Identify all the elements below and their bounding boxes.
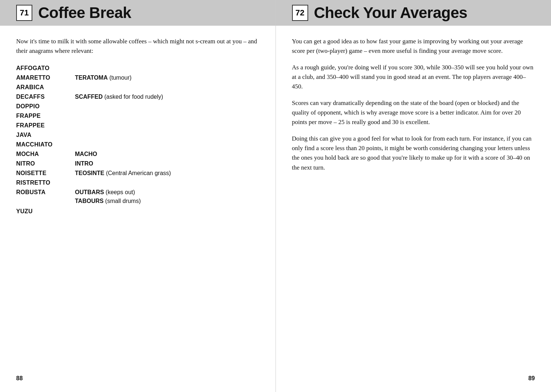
coffee-row: RISTRETTO xyxy=(16,179,259,188)
coffee-word: FRAPPE xyxy=(16,112,75,120)
coffee-row: NOISETTETEOSINTE (Central American grass… xyxy=(16,169,259,179)
left-page: 71 Coffee Break Now it's time to milk it… xyxy=(0,0,276,392)
coffee-row: ROBUSTAOUTBARS (keeps out) xyxy=(16,188,259,198)
coffee-row: FRAPPE xyxy=(16,112,259,121)
right-page: 72 Check Your Averages You can get a goo… xyxy=(276,0,551,392)
coffee-row: NITROINTRO xyxy=(16,160,259,169)
right-section-title: Check Your Averages xyxy=(314,4,468,22)
right-paragraph-3: Doing this can give you a good feel for … xyxy=(292,134,535,173)
coffee-word xyxy=(16,202,75,203)
coffee-row: ARABICA xyxy=(16,83,259,93)
coffee-anagram: INTRO xyxy=(75,160,93,167)
coffee-row: YUZU xyxy=(16,207,259,217)
coffee-row: DOPPIO xyxy=(16,102,259,112)
right-paragraph-0: You can get a good idea as to how fast y… xyxy=(292,37,535,56)
coffee-word: MACCHIATO xyxy=(16,141,75,149)
right-body: You can get a good idea as to how fast y… xyxy=(292,37,535,179)
coffee-word: DOPPIO xyxy=(16,102,75,110)
coffee-word: DECAFFS xyxy=(16,93,75,101)
coffee-row: JAVA xyxy=(16,131,259,141)
coffee-word: NOISETTE xyxy=(16,169,75,177)
coffee-word: MOCHA xyxy=(16,150,75,158)
coffee-word: ROBUSTA xyxy=(16,188,75,196)
left-header-bar: 71 Coffee Break xyxy=(0,0,276,26)
coffee-row: FRAPPEE xyxy=(16,121,259,131)
coffee-word: FRAPPEE xyxy=(16,121,75,130)
coffee-anagram: TABOURS (small drums) xyxy=(75,198,141,204)
right-paragraph-1: As a rough guide, you're doing well if y… xyxy=(292,63,535,92)
right-section-number: 72 xyxy=(292,5,308,21)
left-section-number: 71 xyxy=(16,5,32,21)
right-paragraph-2: Scores can vary dramatically depending o… xyxy=(292,98,535,127)
coffee-word: NITRO xyxy=(16,160,75,168)
coffee-row: TABOURS (small drums) xyxy=(16,198,259,207)
coffee-word: ARABICA xyxy=(16,83,75,91)
coffee-word: AMARETTO xyxy=(16,74,75,82)
coffee-anagram: OUTBARS (keeps out) xyxy=(75,189,135,196)
coffee-word: JAVA xyxy=(16,131,75,139)
right-header-bar: 72 Check Your Averages xyxy=(276,0,551,26)
coffee-word: RISTRETTO xyxy=(16,179,75,187)
coffee-anagram: MACHO xyxy=(75,151,97,157)
coffee-row: DECAFFSSCAFFED (asked for food rudely) xyxy=(16,93,259,102)
coffee-row: MACCHIATO xyxy=(16,141,259,150)
coffee-anagram: TERATOMA (tumour) xyxy=(75,75,132,81)
left-section-title: Coffee Break xyxy=(38,4,131,22)
left-intro-text: Now it's time to milk it with some allow… xyxy=(16,37,259,56)
coffee-row: AMARETTOTERATOMA (tumour) xyxy=(16,74,259,83)
coffee-word: YUZU xyxy=(16,207,75,215)
coffee-row: MOCHAMACHO xyxy=(16,150,259,160)
coffee-list: AFFOGATOAMARETTOTERATOMA (tumour)ARABICA… xyxy=(16,64,259,217)
coffee-word: AFFOGATO xyxy=(16,64,75,72)
left-page-number: 88 xyxy=(16,375,23,382)
coffee-anagram: TEOSINTE (Central American grass) xyxy=(75,170,171,177)
coffee-row: AFFOGATO xyxy=(16,64,259,74)
right-page-number: 89 xyxy=(528,375,535,382)
coffee-anagram: SCAFFED (asked for food rudely) xyxy=(75,94,163,100)
